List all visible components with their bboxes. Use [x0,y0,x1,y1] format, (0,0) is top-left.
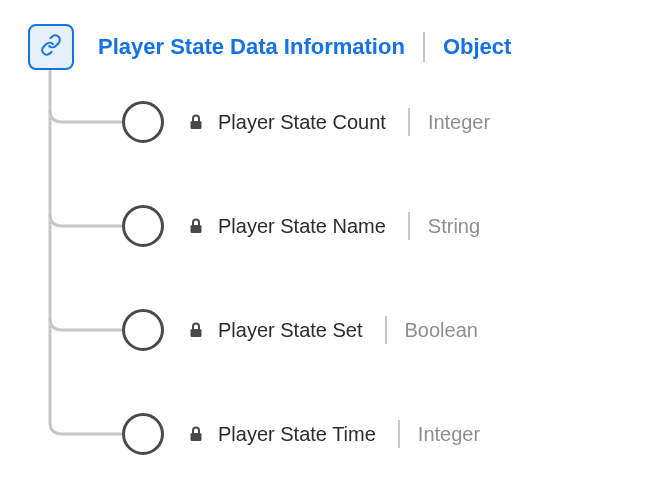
field-label: Player State Set [218,319,363,342]
field-type: Integer [418,423,480,446]
field-content: Player State Name String [188,212,480,240]
separator [385,316,387,344]
field-node-circle [122,309,164,351]
field-type: Integer [428,111,490,134]
field-node-circle [122,101,164,143]
field-content: Player State Set Boolean [188,316,478,344]
lock-icon [188,321,204,339]
field-type: String [428,215,480,238]
root-type: Object [443,34,511,60]
field-node-circle [122,205,164,247]
field-label: Player State Name [218,215,386,238]
lock-icon [188,113,204,131]
svg-rect-2 [191,329,202,337]
children-container: Player State Count Integer Player State … [28,70,628,486]
svg-rect-1 [191,225,202,233]
field-label: Player State Count [218,111,386,134]
field-content: Player State Time Integer [188,420,480,448]
separator [398,420,400,448]
schema-field[interactable]: Player State Name String [28,174,628,278]
separator [423,32,425,62]
lock-icon [188,425,204,443]
schema-field[interactable]: Player State Time Integer [28,382,628,486]
field-type: Boolean [405,319,478,342]
root-icon-box [28,24,74,70]
schema-root[interactable]: Player State Data Information Object [28,24,511,70]
lock-icon [188,217,204,235]
root-title: Player State Data Information [98,34,405,60]
schema-field[interactable]: Player State Set Boolean [28,278,628,382]
field-content: Player State Count Integer [188,108,490,136]
root-label-group: Player State Data Information Object [98,32,511,62]
field-node-circle [122,413,164,455]
link-icon [40,34,62,60]
svg-rect-0 [191,121,202,129]
svg-rect-3 [191,433,202,441]
field-label: Player State Time [218,423,376,446]
separator [408,212,410,240]
separator [408,108,410,136]
schema-field[interactable]: Player State Count Integer [28,70,628,174]
